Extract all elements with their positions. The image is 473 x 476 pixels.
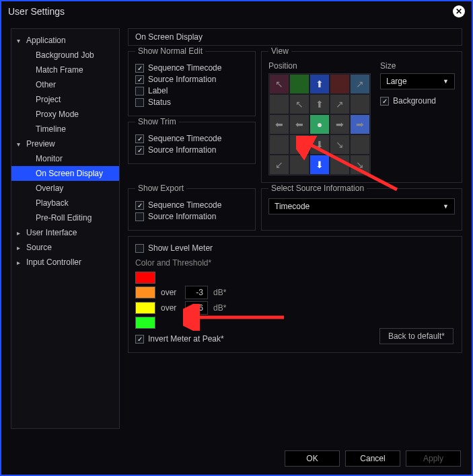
- chevron-right-icon: ▸: [17, 244, 24, 251]
- show-export-group: Show Export Sequence Timecode Source Inf…: [128, 188, 256, 231]
- position-grid: ↖ ⬆ ↗ ↖ ⬆ ↗ ⬅ ⬅ ●: [268, 73, 371, 175]
- checkbox-background[interactable]: [380, 97, 389, 106]
- pos-cell[interactable]: [350, 94, 370, 114]
- back-to-default-button[interactable]: Back to default*: [379, 328, 453, 344]
- close-icon[interactable]: ✕: [453, 5, 465, 17]
- threshold-input-2[interactable]: -6: [185, 301, 208, 315]
- ok-button[interactable]: OK: [285, 450, 340, 467]
- pos-cell[interactable]: ↖: [269, 74, 289, 94]
- chevron-down-icon: ▼: [443, 203, 449, 210]
- chevron-right-icon: ▸: [17, 229, 24, 237]
- checkbox-trim-source-information[interactable]: [135, 146, 144, 155]
- pos-cell[interactable]: ⬆: [310, 74, 330, 94]
- checkbox-trim-sequence-timecode[interactable]: [135, 134, 144, 143]
- cancel-button[interactable]: Cancel: [345, 450, 400, 467]
- pos-cell[interactable]: ↘: [330, 134, 350, 155]
- checkbox-status[interactable]: [135, 98, 144, 107]
- pos-cell[interactable]: [330, 155, 350, 175]
- position-label: Position: [268, 61, 371, 71]
- tree-item-project[interactable]: Project: [11, 92, 119, 107]
- tree-item-input-controller[interactable]: ▸Input Controller: [11, 255, 119, 270]
- pos-cell[interactable]: ↘: [350, 155, 370, 175]
- pos-cell[interactable]: ↗: [350, 74, 370, 94]
- tree-item-application[interactable]: ▾Application: [11, 33, 119, 48]
- pos-cell[interactable]: [289, 155, 310, 175]
- checkbox-label[interactable]: [135, 87, 144, 95]
- pos-cell[interactable]: ↗: [330, 94, 350, 114]
- pos-cell[interactable]: ➡: [330, 114, 350, 134]
- pos-cell[interactable]: ↙: [289, 134, 310, 155]
- view-group: View Position ↖ ⬆ ↗ ↖ ⬆ ↗: [261, 51, 462, 183]
- pos-cell[interactable]: [330, 74, 350, 94]
- threshold-input-1[interactable]: -3: [185, 286, 208, 299]
- checkbox-show-level-meter[interactable]: [135, 244, 144, 253]
- apply-button[interactable]: Apply: [406, 450, 461, 467]
- tree-item-user-interface[interactable]: ▸User Interface: [11, 225, 119, 240]
- pos-cell[interactable]: ●: [310, 114, 330, 134]
- color-swatch-orange[interactable]: [135, 286, 155, 299]
- chevron-down-icon: ▼: [443, 78, 449, 85]
- tree-item-timeline[interactable]: Timeline: [11, 122, 119, 136]
- color-swatch-red[interactable]: [135, 272, 155, 284]
- settings-tree: ▾Application Background Job Match Frame …: [11, 28, 120, 429]
- color-swatch-yellow[interactable]: [135, 302, 155, 314]
- tree-item-overlay[interactable]: Overlay: [11, 181, 119, 196]
- chevron-down-icon: ▾: [17, 141, 24, 148]
- tree-item-on-screen-display[interactable]: On Screen Display: [11, 166, 119, 181]
- checkbox-sequence-timecode[interactable]: [135, 64, 144, 73]
- size-label: Size: [380, 61, 455, 71]
- pos-cell[interactable]: ⬇: [310, 134, 330, 155]
- checkbox-export-source-information[interactable]: [135, 212, 144, 221]
- tree-item-playback[interactable]: Playback: [11, 196, 119, 210]
- page-title: On Screen Display: [128, 28, 462, 46]
- pos-cell[interactable]: ⬆: [310, 94, 330, 114]
- pos-cell[interactable]: [289, 74, 310, 94]
- color-swatch-green[interactable]: [135, 317, 155, 329]
- pos-cell[interactable]: [350, 134, 370, 155]
- pos-cell[interactable]: ⬅: [269, 114, 289, 134]
- checkbox-export-sequence-timecode[interactable]: [135, 201, 144, 210]
- tree-item-source[interactable]: ▸Source: [11, 240, 119, 255]
- tree-item-match-frame[interactable]: Match Frame: [11, 63, 119, 77]
- select-source-group: Select Source Information Timecode ▼: [261, 188, 462, 231]
- tree-item-monitor[interactable]: Monitor: [11, 151, 119, 166]
- pos-cell[interactable]: ➡: [350, 114, 370, 134]
- show-normal-edit-group: Show Normal Edit Sequence Timecode Sourc…: [128, 51, 256, 116]
- tree-item-preview[interactable]: ▾Preview: [11, 136, 119, 151]
- tree-item-proxy-mode[interactable]: Proxy Mode: [11, 107, 119, 122]
- checkbox-source-information[interactable]: [135, 75, 144, 84]
- pos-cell[interactable]: ↙: [269, 155, 289, 175]
- show-trim-group: Show Trim Sequence Timecode Source Infor…: [128, 122, 256, 164]
- tree-item-other[interactable]: Other: [11, 77, 119, 92]
- checkbox-invert-meter[interactable]: [135, 335, 144, 344]
- chevron-down-icon: ▾: [17, 37, 24, 44]
- size-dropdown[interactable]: Large ▼: [380, 73, 455, 89]
- chevron-right-icon: ▸: [17, 259, 24, 266]
- pos-cell[interactable]: [269, 94, 289, 114]
- level-meter-group: Show Level Meter Color and Threshold* ov…: [128, 236, 462, 353]
- tree-item-background-job[interactable]: Background Job: [11, 48, 119, 63]
- pos-cell[interactable]: ⬅: [289, 114, 310, 134]
- window-title: User Settings: [8, 6, 65, 17]
- pos-cell[interactable]: [269, 134, 289, 155]
- source-info-dropdown[interactable]: Timecode ▼: [268, 198, 455, 214]
- pos-cell[interactable]: ↖: [289, 94, 310, 114]
- pos-cell-selected[interactable]: ⬇: [310, 155, 330, 175]
- tree-item-pre-roll-editing[interactable]: Pre-Roll Editing: [11, 210, 119, 225]
